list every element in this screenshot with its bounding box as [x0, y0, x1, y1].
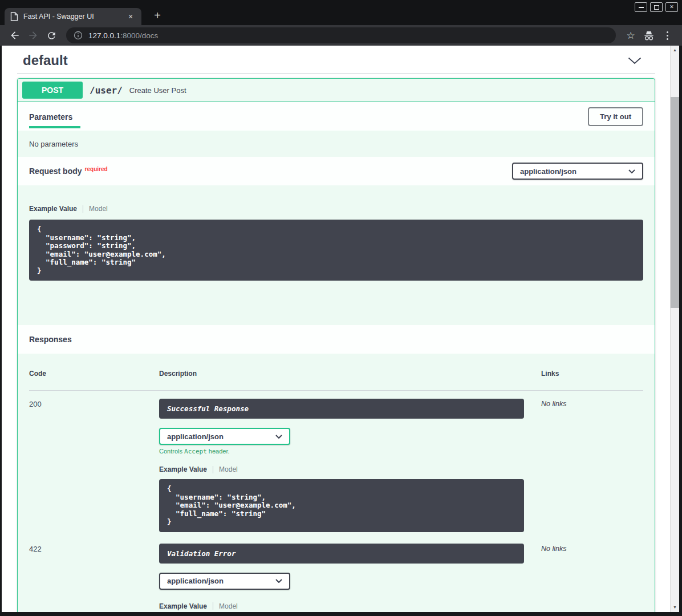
browser-menu-button[interactable] — [659, 27, 675, 43]
response-links: No links — [541, 544, 566, 613]
kebab-icon — [667, 31, 668, 33]
endpoint-summary-text: Create User Post — [129, 86, 186, 95]
profile-incognito-button[interactable] — [641, 27, 657, 43]
selected-content-type: application/json — [167, 577, 224, 585]
info-icon[interactable] — [74, 31, 83, 40]
selected-content-type: application/json — [167, 432, 224, 441]
response-description: Validation Error — [159, 544, 524, 564]
opblock-post-user: POST /user/ Create User Post Parameters … — [17, 78, 655, 612]
back-arrow-icon — [9, 30, 21, 41]
response-content-type-select[interactable]: application/json — [159, 573, 290, 590]
required-badge: required — [85, 166, 108, 172]
forward-button[interactable] — [25, 27, 41, 43]
window-minimize-button[interactable] — [635, 2, 647, 12]
reload-icon — [46, 30, 57, 41]
parameters-header: Parameters Try it out — [18, 102, 655, 131]
new-tab-button[interactable]: + — [151, 9, 164, 23]
response-code: 422 — [29, 544, 159, 613]
try-it-out-button[interactable]: Try it out — [588, 107, 643, 126]
back-button[interactable] — [7, 27, 23, 43]
browser-chrome: ✕ Fast API - Swagger UI × + 127.0.0.1:80… — [0, 0, 682, 46]
responses-label: Responses — [29, 335, 72, 344]
section-divider — [17, 73, 655, 74]
maximize-icon — [654, 5, 659, 10]
tab-separator — [83, 205, 83, 213]
tab-model[interactable]: Model — [89, 205, 108, 213]
request-body-section: Example Value Model { "username": "strin… — [18, 185, 655, 325]
tab-separator — [213, 466, 213, 473]
window-maximize-button[interactable] — [650, 2, 663, 12]
request-body-label: Request body — [29, 167, 82, 176]
tab-title: Fast API - Swagger UI — [23, 13, 120, 21]
response-description: Successful Response — [159, 399, 524, 419]
column-code: Code — [29, 370, 159, 378]
selected-content-type: application/json — [520, 167, 577, 176]
scroll-up-icon[interactable]: ▲ — [671, 46, 679, 55]
chevron-down-icon[interactable] — [628, 57, 642, 64]
request-example-code: { "username": "string", "password": "str… — [29, 220, 643, 281]
response-links: No links — [541, 399, 566, 532]
response-row-422: 422 Validation Error application/json Ex… — [29, 536, 643, 613]
tab-example-value[interactable]: Example Value — [29, 205, 77, 213]
tab-strip: Fast API - Swagger UI × + — [0, 8, 682, 25]
minimize-icon — [639, 7, 644, 8]
endpoint-path: /user/ — [90, 85, 123, 96]
response-example-code: { "username": "string", "email": "user@e… — [159, 479, 524, 532]
url-text: 127.0.0.1:8000/docs — [88, 31, 158, 40]
window-titlebar: ✕ — [0, 0, 682, 8]
browser-toolbar: 127.0.0.1:8000/docs ☆ — [0, 25, 682, 46]
scrollbar-thumb[interactable] — [671, 97, 679, 308]
response-content-type-select[interactable]: application/json — [159, 428, 290, 445]
tab-example-value[interactable]: Example Value — [159, 602, 207, 610]
responses-table-header: Code Description Links — [29, 364, 643, 391]
tab-model[interactable]: Model — [219, 465, 238, 473]
chevron-down-icon — [275, 579, 282, 583]
section-title: default — [23, 52, 68, 68]
bookmark-button[interactable]: ☆ — [623, 27, 639, 43]
response-code: 200 — [29, 399, 159, 532]
tab-parameters[interactable]: Parameters — [29, 105, 80, 128]
chevron-down-icon — [628, 169, 635, 173]
scroll-down-icon[interactable]: ▼ — [671, 603, 679, 612]
page-favicon-icon — [10, 12, 18, 21]
request-content-type-select[interactable]: application/json — [512, 163, 643, 180]
tab-separator — [213, 602, 213, 610]
chevron-down-icon — [275, 435, 282, 439]
tab-close-icon[interactable]: × — [125, 11, 136, 22]
http-method-badge: POST — [22, 82, 83, 99]
accept-header-note: Controls Accept header. — [159, 448, 524, 455]
tab-model[interactable]: Model — [219, 602, 238, 610]
no-parameters-text: No parameters — [18, 131, 655, 157]
forward-arrow-icon — [27, 30, 39, 41]
column-description: Description — [159, 370, 524, 378]
responses-header: Responses — [18, 325, 655, 354]
close-icon: ✕ — [669, 3, 674, 11]
endpoint-summary[interactable]: POST /user/ Create User Post — [18, 79, 655, 102]
window-close-button[interactable]: ✕ — [665, 2, 678, 12]
column-links: Links — [541, 370, 559, 378]
tab-example-value[interactable]: Example Value — [159, 465, 207, 473]
response-row-200: 200 Successful Response application/json… — [29, 391, 643, 532]
page-scrollbar[interactable]: ▲ ▼ — [670, 46, 679, 612]
incognito-icon — [643, 30, 655, 41]
browser-viewport: default POST /user/ Create User Post Par… — [2, 46, 679, 612]
browser-tab[interactable]: Fast API - Swagger UI × — [5, 8, 141, 25]
reload-button[interactable] — [43, 27, 59, 43]
responses-table: Code Description Links 200 Successful Re… — [18, 354, 655, 612]
swagger-page: default POST /user/ Create User Post Par… — [2, 46, 670, 612]
star-icon: ☆ — [626, 30, 635, 42]
api-section-header[interactable]: default — [17, 50, 655, 71]
request-body-header: Request bodyrequired application/json — [18, 157, 655, 185]
address-bar[interactable]: 127.0.0.1:8000/docs — [66, 27, 616, 43]
